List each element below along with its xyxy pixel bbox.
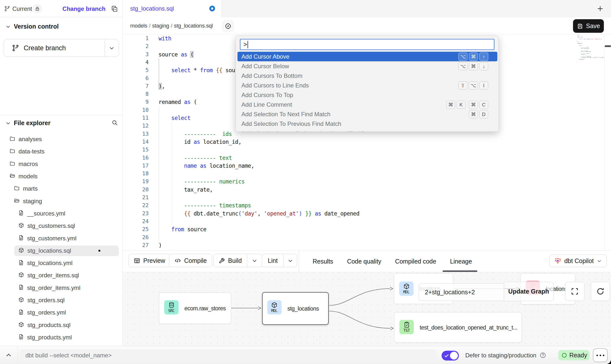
tree-item-stg_locations.yml[interactable]: stg_locations.yml [0, 257, 122, 269]
keycap: ↓ [479, 62, 488, 70]
keyboard-shortcut: ⌥⌘↑ [458, 52, 488, 61]
tree-item-__sources.yml[interactable]: __sources.yml [0, 207, 122, 220]
lineage-node-test_does_location_opened_at_trunc_t-[interactable]: TSTtest_does_location_opened_at_trunc_t.… [394, 312, 522, 343]
tree-item-stg_locations.sql[interactable]: stg_locations.sql [0, 245, 122, 257]
create-branch-main[interactable]: Create branch [4, 39, 105, 57]
tab-lineage[interactable]: Lineage [450, 258, 472, 265]
keyboard-shortcut: ⌘D [469, 110, 488, 118]
palette-query-text: > [243, 41, 247, 48]
folder-icon [9, 148, 15, 154]
lineage-node-stg_locations[interactable]: MDLstg_locations [262, 292, 329, 325]
preview-button[interactable]: Preview [128, 254, 170, 267]
tree-item-staging[interactable]: staging [0, 195, 122, 207]
lineage-node-ecom-raw_stores[interactable]: SRCecom.raw_stores [159, 293, 231, 324]
copy-icon[interactable] [111, 5, 118, 14]
palette-item[interactable]: Add Cursors to Line Ends⇧⌥I [237, 81, 497, 90]
update-graph-button[interactable]: Update Graph [504, 282, 554, 301]
tree-item-analyses[interactable]: analyses [0, 133, 122, 145]
expand-console-button[interactable] [0, 346, 18, 364]
status-bar: dbt build --select <model_name> Defer to… [0, 346, 611, 364]
navigate-button[interactable] [222, 20, 234, 32]
tab-compiled-code[interactable]: Compiled code [395, 258, 436, 265]
tree-item-marts[interactable]: marts [0, 182, 122, 195]
tree-item-stg_order_items.sql[interactable]: stg_order_items.sql [0, 269, 122, 281]
model-cube-icon [18, 222, 24, 228]
code-line-9: renamed as ( [159, 98, 197, 106]
palette-item[interactable]: Add Selection To Next Find Match⌘D [237, 109, 497, 119]
palette-item[interactable]: Add Cursor Below⌥⌘↓ [237, 61, 497, 71]
tree-item-stg_products.sql[interactable]: stg_products.sql [0, 319, 122, 331]
breadcrumb-segment[interactable]: staging [152, 23, 169, 29]
line-number: 24 [123, 217, 149, 225]
file-explorer-header[interactable]: File explorer [5, 119, 51, 127]
line-number: 1 [123, 34, 149, 42]
lint-dropdown[interactable] [283, 254, 297, 267]
tree-item-macros[interactable]: macros [0, 158, 122, 170]
create-branch-dropdown[interactable] [105, 39, 119, 57]
lineage-search-input[interactable]: 2+stg_locations+2 [419, 283, 504, 301]
keycap: ⌘ [469, 100, 478, 109]
branch-lock-badge [33, 4, 42, 14]
refresh-button[interactable] [591, 282, 610, 301]
palette-item[interactable]: Add all selections to find matches in mo… [237, 129, 497, 132]
tab-code-quality[interactable]: Code quality [347, 258, 381, 265]
command-input[interactable]: dbt build --select <model_name> [20, 349, 437, 361]
file-name: stg_order_items.sql [27, 272, 79, 279]
tree-item-data-tests[interactable]: data-tests [0, 145, 122, 158]
tree-item-models[interactable]: models [0, 170, 122, 182]
file-name: data-tests [18, 148, 44, 155]
fullscreen-button[interactable] [565, 282, 584, 301]
minimap[interactable]: withsource as ( select * from {{ source(… [577, 35, 604, 72]
dbt-copilot-button[interactable]: dbt Copilot [550, 254, 607, 267]
command-palette-input[interactable]: > [240, 39, 494, 50]
save-icon [577, 23, 583, 29]
tab-stg-locations[interactable]: stg_locations.sql [123, 0, 221, 17]
scrollbar-thumb[interactable] [605, 45, 611, 47]
tree-item-stg_order_items.yml[interactable]: stg_order_items.yml [0, 282, 122, 294]
version-control-header[interactable]: Version control [5, 23, 59, 30]
tree-item-stg_orders.sql[interactable]: stg_orders.sql [0, 294, 122, 306]
new-tab-button[interactable] [595, 3, 606, 14]
more-options-button[interactable] [593, 348, 608, 362]
lineage-panel[interactable]: SRCecom.raw_storesMDLstg_locationsMDLloc… [123, 272, 611, 346]
folder-icon [9, 136, 15, 142]
tree-item-stg_products.yml[interactable]: stg_products.yml [0, 331, 122, 344]
palette-item[interactable]: Add Cursors To Top [237, 90, 497, 100]
keyboard-shortcut: ⌘K⌘C [446, 100, 488, 109]
folder-open-icon [14, 198, 20, 204]
palette-item[interactable]: Add Cursors To Bottom [237, 71, 497, 81]
unsaved-file-dot [98, 250, 100, 252]
dot [603, 355, 604, 356]
build-dropdown[interactable] [247, 254, 262, 267]
file-icon [18, 309, 24, 315]
tree-item-stg_customers.yml[interactable]: stg_customers.yml [0, 232, 122, 244]
line-number: 9 [123, 98, 149, 106]
change-branch-link[interactable]: Change branch [62, 5, 106, 12]
palette-item[interactable]: Add Cursor Above⌥⌘↑ [237, 52, 497, 61]
lineage-search-value: 2+stg_locations+2 [425, 289, 475, 296]
build-button[interactable]: Build [214, 254, 247, 267]
defer-toggle[interactable] [442, 351, 459, 361]
breadcrumb-segment[interactable]: models [130, 23, 147, 29]
tab-results[interactable]: Results [313, 258, 333, 265]
ready-label: Ready [569, 352, 587, 359]
build-button-group: Build [213, 254, 262, 267]
branch-row: Current Change branch [0, 0, 122, 17]
lint-button[interactable]: Lint [262, 254, 283, 267]
palette-item[interactable]: Add Line Comment⌘K⌘C [237, 100, 497, 109]
search-icon[interactable] [111, 119, 118, 127]
tree-item-stg_orders.yml[interactable]: stg_orders.yml [0, 306, 122, 319]
database-icon [168, 302, 175, 308]
help-icon[interactable] [539, 352, 546, 359]
tree-item-stg_customers.sql[interactable]: stg_customers.sql [0, 220, 122, 232]
lock-icon [35, 6, 40, 11]
save-button[interactable]: Save [573, 19, 604, 33]
palette-item[interactable]: Add Selection To Previous Find Match [237, 119, 497, 129]
compass-icon [225, 23, 232, 30]
unsaved-indicator-dot [209, 6, 215, 11]
node-label: stg_locations [288, 305, 319, 312]
compile-button[interactable]: Compile [169, 254, 212, 267]
dbt-ide-app: Current Change branch Version control [0, 0, 611, 364]
folder-open-icon [9, 173, 15, 179]
file-name: stg_products.sql [27, 322, 71, 329]
